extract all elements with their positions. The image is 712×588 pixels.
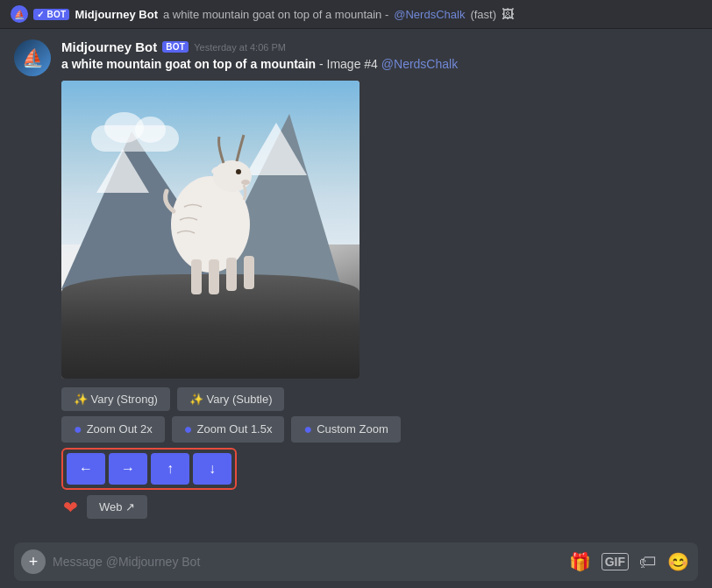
avatar-icon: ⛵ [22, 47, 44, 68]
emoji-icon: 😊 [667, 551, 689, 572]
heart-button[interactable]: ❤ [61, 495, 80, 520]
zoom-15x-label: Zoom Out 1.5x [196, 422, 272, 436]
zoom-button-row: ● Zoom Out 2x ● Zoom Out 1.5x ● Custom Z… [61, 416, 698, 443]
message-bold: a white mountain goat on top of a mounta… [61, 57, 316, 71]
web-button[interactable]: Web ↗ [87, 495, 147, 519]
message-header: Midjourney Bot BOT Yesterday at 4:06 PM [61, 39, 698, 54]
zoom-out-15x-button[interactable]: ● Zoom Out 1.5x [172, 416, 285, 443]
gif-icon-button[interactable]: GIF [600, 551, 630, 572]
arrow-down-icon: ↓ [209, 461, 216, 477]
sticker-icon-button[interactable]: 🏷 [637, 550, 659, 574]
generated-image [61, 81, 360, 379]
vary-button-row: ✨ Vary (Strong) ✨ Vary (Subtle) [61, 387, 698, 411]
custom-zoom-label: Custom Zoom [317, 422, 388, 436]
top-bar-bot-badge: ✓ BOT [33, 9, 69, 20]
message-content: Midjourney Bot BOT Yesterday at 4:06 PM … [61, 39, 698, 520]
svg-rect-5 [191, 259, 202, 294]
snow-left [96, 149, 149, 193]
svg-rect-8 [244, 256, 254, 289]
top-bar-mention: @NerdsChalk [394, 8, 465, 21]
custom-zoom-dot: ● [303, 422, 312, 437]
gif-icon: GIF [602, 553, 629, 570]
message-bot-badge: BOT [162, 41, 189, 53]
input-icons: 🎁 GIF 🏷 😊 [567, 549, 691, 574]
arrow-down-button[interactable]: ↓ [193, 453, 231, 485]
arrow-row-wrapper: ← → ↑ ↓ [61, 448, 237, 490]
top-notification-bar: ⛵ ✓ BOT Midjourney Bot a white mountain … [0, 0, 712, 29]
arrow-up-button[interactable]: ↑ [151, 453, 189, 485]
top-bar-image-icon: 🖼 [502, 7, 514, 21]
vary-strong-button[interactable]: ✨ Vary (Strong) [61, 387, 170, 411]
add-attachment-button[interactable]: + [21, 549, 46, 574]
top-bar-description: a white mountain goat on top of a mounta… [163, 8, 388, 21]
message-row: ⛵ Midjourney Bot BOT Yesterday at 4:06 P… [14, 39, 698, 520]
svg-point-4 [241, 180, 250, 185]
zoom-2x-label: Zoom Out 2x [87, 422, 153, 436]
zoom-out-2x-button[interactable]: ● Zoom Out 2x [61, 416, 165, 443]
avatar: ⛵ [14, 39, 51, 76]
zoom-2x-dot: ● [74, 422, 82, 437]
buttons-area: ✨ Vary (Strong) ✨ Vary (Subtle) ● Zoom O… [61, 387, 698, 520]
arrow-button-row: ← → ↑ ↓ [61, 448, 698, 490]
chat-area: ⛵ Midjourney Bot BOT Yesterday at 4:06 P… [0, 29, 712, 535]
message-mention-text: @NerdsChalk [381, 57, 458, 71]
arrow-left-button[interactable]: ← [67, 453, 105, 485]
arrow-left-icon: ← [79, 461, 93, 477]
top-bar-speed: (fast) [470, 8, 496, 21]
message-timestamp: Yesterday at 4:06 PM [194, 42, 286, 53]
sticker-icon: 🏷 [639, 552, 657, 572]
svg-rect-7 [226, 258, 237, 291]
vary-subtle-button[interactable]: ✨ Vary (Subtle) [177, 387, 285, 411]
arrow-right-icon: → [121, 461, 135, 477]
gift-icon-button[interactable]: 🎁 [567, 549, 593, 574]
emoji-icon-button[interactable]: 😊 [666, 549, 691, 574]
arrow-up-icon: ↑ [167, 461, 174, 477]
custom-zoom-button[interactable]: ● Custom Zoom [291, 416, 400, 443]
svg-rect-6 [209, 259, 219, 294]
gift-icon: 🎁 [569, 551, 591, 572]
bottom-action-row: ❤ Web ↗ [61, 495, 698, 520]
message-input[interactable] [53, 555, 560, 569]
goat-svg [149, 119, 272, 294]
top-bar-username: Midjourney Bot [75, 8, 158, 21]
message-text: a white mountain goat on top of a mounta… [61, 56, 698, 74]
zoom-15x-dot: ● [184, 422, 193, 437]
message-username: Midjourney Bot [61, 39, 157, 54]
svg-point-3 [236, 169, 241, 174]
top-bar-avatar: ⛵ [11, 5, 28, 23]
message-imageno: - Image #4 [319, 57, 378, 71]
arrow-right-button[interactable]: → [109, 453, 147, 485]
web-label: Web ↗ [99, 500, 135, 514]
message-input-bar: + 🎁 GIF 🏷 😊 [14, 542, 698, 581]
